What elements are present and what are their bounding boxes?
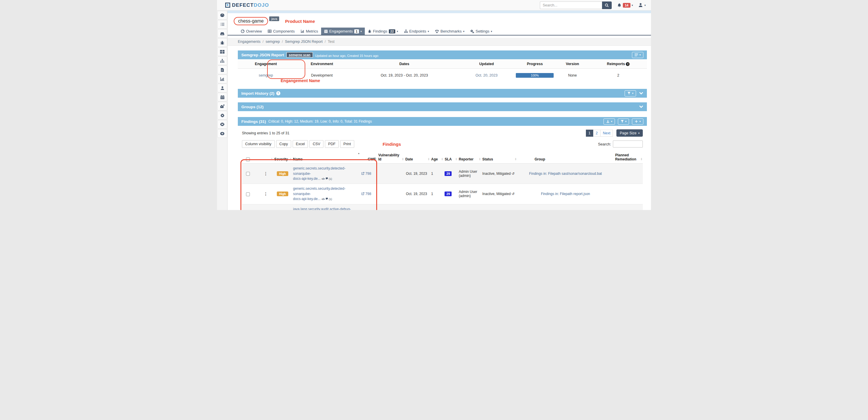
tab-benchmarks[interactable]: Benchmarks ▾ [432, 28, 467, 35]
comment-icon[interactable] [326, 177, 328, 180]
col-status[interactable]: Status▲▼ [481, 151, 517, 164]
row-checkbox[interactable] [246, 172, 250, 176]
planned-remediation-cell [614, 204, 643, 210]
pdf-button[interactable]: PDF [325, 140, 339, 148]
tab-engagements[interactable]: Engagements 1 ▾ [321, 28, 365, 35]
sign-out-icon [220, 132, 225, 136]
scan-type-badge[interactable]: semgrep scan [286, 52, 313, 58]
cwe-link[interactable]: 798 [361, 172, 371, 176]
import-history-filter-button[interactable]: ▾ [625, 90, 636, 96]
table-search-input[interactable] [613, 141, 643, 148]
sidebar-item-list[interactable] [217, 20, 227, 29]
col-sla[interactable]: SLA▲▼ [443, 151, 458, 164]
global-search-input[interactable] [540, 1, 602, 9]
finding-group-link[interactable]: Findings in: Filepath sast/sonar/sonarcl… [529, 172, 602, 176]
col-reporter[interactable]: Reporter▲▼ [458, 151, 481, 164]
col-name[interactable]: Name▲ [292, 151, 360, 164]
sidebar-item-components[interactable] [217, 47, 227, 56]
product-name[interactable]: chess-game [238, 19, 264, 24]
finding-name-link[interactable]: java.lang.security.audit.active-debug-co… [293, 207, 359, 210]
findings-filter-button[interactable]: ▾ [618, 119, 629, 125]
sort-control[interactable]: ▲▼ [441, 157, 443, 160]
sort-control[interactable]: ▲▼ [515, 157, 517, 160]
sort-control[interactable]: ▲▼ [456, 157, 458, 160]
column-visibility-button[interactable]: Column visibility [242, 140, 275, 148]
finding-name-link[interactable]: generic.secrets.security.detected-sonarq… [293, 166, 359, 181]
copy-button[interactable]: Copy [276, 140, 291, 148]
sort-control[interactable]: ▲▼ [402, 157, 404, 160]
tab-overview[interactable]: Overview [238, 28, 265, 35]
col-planned-remediation[interactable]: Planned Remediation▲▼ [614, 151, 643, 164]
csv-button[interactable]: CSV [309, 140, 323, 148]
col-date[interactable]: Date▲▼ [404, 151, 430, 164]
sort-control-active[interactable]: ▲ [358, 152, 360, 154]
sort-control[interactable]: ▲▼ [375, 157, 377, 160]
sidebar-item-configuration[interactable] [217, 111, 227, 120]
add-finding-button[interactable]: ▾ [632, 119, 643, 125]
page-size-button[interactable]: Page Size▾ [616, 129, 643, 137]
select-all-checkbox[interactable] [246, 157, 250, 161]
tab-findings[interactable]: Findings 22 ▾ [365, 28, 401, 35]
row-actions-kebab-icon[interactable]: ⋮ [264, 191, 268, 196]
page-2-button[interactable]: 2 [593, 130, 600, 137]
sort-control[interactable]: ▲▼ [641, 157, 643, 160]
sort-control[interactable]: ▲▼ [428, 157, 430, 160]
tab-components[interactable]: Components [265, 28, 298, 35]
col-severity[interactable]: Severity▲▼ [273, 151, 292, 164]
collapse-chevron-icon[interactable] [639, 105, 643, 108]
sla-badge: 29 [444, 171, 452, 176]
next-page-button[interactable]: Next [600, 130, 613, 137]
breadcrumb-engagements[interactable]: Engagements [238, 39, 260, 44]
global-search-button[interactable] [602, 1, 612, 9]
history-icon[interactable]: ↺ [512, 172, 514, 176]
sort-control[interactable]: ▲▼ [271, 157, 273, 160]
col-environment: Environment [294, 59, 350, 69]
sidebar-item-calendar[interactable] [217, 93, 227, 101]
finding-group-link[interactable]: Findings in: Filepath report.json [541, 192, 590, 196]
comment-icon[interactable] [326, 198, 328, 200]
history-icon[interactable]: ↺ [512, 192, 514, 196]
engagement-link[interactable]: semgrep [259, 73, 273, 78]
col-group[interactable]: Group [517, 151, 614, 164]
updated-value[interactable]: Oct. 20, 2023 [476, 73, 498, 78]
sidebar-item-dashboard[interactable] [217, 11, 227, 20]
sidebar-item-support[interactable] [217, 120, 227, 129]
col-age[interactable]: Age▲▼ [430, 151, 443, 164]
sidebar-item-endpoints[interactable] [217, 56, 227, 65]
defectdojo-logo[interactable]: DEFECTDOJO [225, 2, 269, 8]
finding-name-link[interactable]: generic.secrets.security.detected-sonarq… [293, 186, 359, 202]
col-vulnerability-id[interactable]: Vulnerability Id▲▼ [377, 151, 404, 164]
row-actions-kebab-icon[interactable]: ⋮ [264, 171, 268, 176]
sidebar-item-products[interactable] [217, 102, 227, 111]
col-cwe[interactable]: CWE▲▼ [360, 151, 377, 164]
finding-group-link[interactable]: Findings in: Filepath src/main/java/core… [521, 210, 610, 210]
excel-button[interactable]: Excel [293, 140, 308, 148]
notifications-menu[interactable]: 14 ▾ [617, 3, 633, 8]
sidebar-item-reports[interactable] [217, 65, 227, 74]
help-icon[interactable]: ? [626, 62, 629, 66]
import-history-header[interactable]: Import History (2) ? ▾ [238, 89, 647, 98]
tab-settings[interactable]: Settings ▾ [467, 28, 495, 35]
row-checkbox[interactable] [246, 192, 250, 196]
chevron-down-icon: ▾ [463, 30, 465, 33]
user-menu[interactable]: ▾ [638, 3, 646, 8]
sidebar-item-inbox[interactable] [217, 29, 227, 38]
sort-control[interactable]: ▲▼ [289, 157, 291, 160]
print-button[interactable]: Print [340, 140, 354, 148]
download-button[interactable]: ▾ [603, 119, 615, 125]
page-1-button[interactable]: 1 [586, 130, 593, 137]
breadcrumb-semgrep[interactable]: semgrep [266, 39, 280, 44]
panel-menu-button[interactable]: ▾ [632, 52, 643, 58]
tab-metrics[interactable]: Metrics [298, 28, 321, 35]
sidebar-item-users[interactable] [217, 84, 227, 92]
cwe-link[interactable]: 798 [361, 192, 371, 196]
tab-endpoints[interactable]: Endpoints ▾ [401, 28, 432, 35]
sidebar-item-metrics[interactable] [217, 74, 227, 83]
groups-header[interactable]: Groups (12) [238, 102, 647, 111]
breadcrumb-report[interactable]: Semgrep JSON Report [285, 39, 323, 44]
help-icon[interactable]: ? [276, 91, 280, 95]
sidebar-item-logout[interactable] [217, 129, 227, 138]
sort-control[interactable]: ▲▼ [479, 157, 481, 160]
sidebar-item-bug[interactable] [217, 38, 227, 47]
collapse-chevron-icon[interactable] [639, 92, 643, 95]
